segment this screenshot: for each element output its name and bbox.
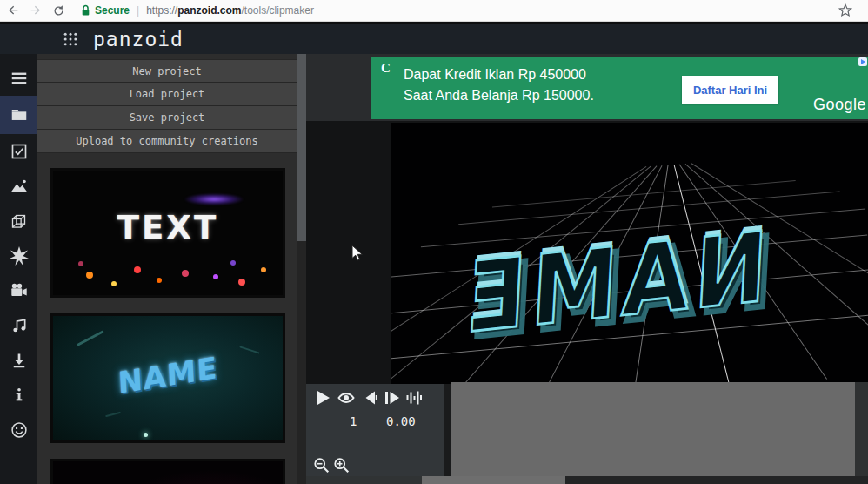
sidebar-item-menu[interactable] xyxy=(0,61,37,96)
burst-icon xyxy=(9,245,30,266)
tool-sidebar xyxy=(0,54,37,484)
timeline-right-gutter xyxy=(855,382,868,476)
video-camera-icon xyxy=(10,281,29,300)
preview-area: NAME NAME NAME xyxy=(306,121,868,384)
zoom-in-button[interactable] xyxy=(333,457,351,474)
timeline-horizontal-scrollbar[interactable] xyxy=(306,476,868,484)
refresh-button[interactable] xyxy=(49,1,68,20)
transport-panel: 1 0.00 xyxy=(306,384,444,484)
secure-badge: Secure xyxy=(95,4,130,17)
forward-button[interactable] xyxy=(26,1,45,20)
ad-headline: Dapat Kredit Iklan Rp 450000 xyxy=(404,67,586,83)
time-value[interactable]: 0.00 xyxy=(386,414,416,428)
panzoid-clipmaker-window: Secure | https://panzoid.com/tools/clipm… xyxy=(0,0,868,484)
back-button[interactable] xyxy=(3,1,23,20)
bokeh-dots-decoration xyxy=(53,171,57,174)
template-text-label: TEXT xyxy=(53,209,283,246)
upload-community-button[interactable]: Upload to community creations xyxy=(37,130,297,153)
mouse-cursor xyxy=(351,245,364,262)
sidebar-item-effects[interactable] xyxy=(0,239,37,273)
download-icon xyxy=(10,352,28,369)
sidebar-item-tasks[interactable] xyxy=(0,134,37,169)
save-project-button[interactable]: Save project xyxy=(37,106,297,130)
adchoices-icon[interactable] xyxy=(858,57,867,66)
star-icon xyxy=(837,2,854,19)
new-project-button[interactable]: New project xyxy=(37,59,297,83)
menu-icon xyxy=(10,69,29,88)
menu-scrollbar-thumb[interactable] xyxy=(297,54,306,241)
zoom-out-button[interactable] xyxy=(313,457,331,474)
url-path: /tools/clipmaker xyxy=(242,4,314,17)
google-wordmark: Google xyxy=(813,96,866,114)
app-header: panzoid xyxy=(0,24,868,54)
template-partial-background xyxy=(53,461,283,484)
google-ad-banner[interactable]: C Dapat Kredit Iklan Rp 450000 Saat Anda… xyxy=(371,57,868,119)
advertiser-logo: C xyxy=(381,61,391,76)
sidebar-item-objects[interactable] xyxy=(0,204,37,239)
ad-subline: Saat Anda Belanja Rp 150000. xyxy=(404,88,594,104)
volume-button[interactable] xyxy=(362,389,379,407)
sidebar-item-emoji[interactable] xyxy=(0,413,37,447)
menu-scrollbar[interactable] xyxy=(297,54,306,484)
bookmark-star-button[interactable] xyxy=(837,2,854,19)
image-icon xyxy=(10,177,29,196)
waveform-button[interactable] xyxy=(405,389,423,407)
render-canvas[interactable]: NAME NAME NAME xyxy=(391,123,868,384)
template-thumbnail-text[interactable]: TEXT xyxy=(50,168,285,298)
sidebar-item-images[interactable] xyxy=(0,169,37,204)
glow-dot-decoration xyxy=(144,433,148,437)
apps-grid-icon[interactable] xyxy=(62,30,79,48)
sidebar-item-files[interactable] xyxy=(0,96,37,134)
sidebar-item-download[interactable] xyxy=(0,343,37,378)
canvas-title-face: NAME xyxy=(459,211,771,355)
purple-flare-decoration xyxy=(184,193,244,205)
scrollbar-track-left xyxy=(306,476,422,484)
frame-number-value[interactable]: 1 xyxy=(350,414,357,428)
forward-arrow-icon xyxy=(29,3,43,17)
back-arrow-icon xyxy=(6,3,20,17)
browser-toolbar: Secure | https://panzoid.com/tools/clipm… xyxy=(0,0,868,22)
step-forward-button[interactable] xyxy=(383,389,400,407)
info-icon xyxy=(10,387,28,404)
template-thumbnail-partial[interactable] xyxy=(50,459,285,484)
folder-icon xyxy=(10,105,29,124)
play-button[interactable] xyxy=(315,389,332,407)
timeline-scrollbar-thumb[interactable] xyxy=(422,476,565,484)
music-note-icon xyxy=(10,317,28,334)
omnibox-separator: | xyxy=(137,4,139,17)
preview-eye-button[interactable] xyxy=(337,389,355,407)
lock-icon xyxy=(80,4,91,17)
refresh-icon xyxy=(52,4,65,17)
sidebar-item-audio[interactable] xyxy=(0,308,37,343)
url-domain: panzoid.com xyxy=(177,4,241,17)
project-menu-panel: New project Load project Save project Up… xyxy=(37,54,297,484)
editor-main-area: C Dapat Kredit Iklan Rp 450000 Saat Anda… xyxy=(306,54,868,484)
ad-cta-button[interactable]: Daftar Hari Ini xyxy=(682,76,778,104)
address-bar[interactable]: Secure | https://panzoid.com/tools/clipm… xyxy=(80,4,314,17)
app-logo-text[interactable]: panzoid xyxy=(93,28,184,50)
checkbox-icon xyxy=(10,143,28,160)
sidebar-item-video[interactable] xyxy=(0,273,37,308)
sidebar-item-info[interactable] xyxy=(0,378,37,413)
smiley-icon xyxy=(10,421,28,439)
url-scheme: https:// xyxy=(146,4,177,17)
cube-icon xyxy=(10,212,28,231)
timeline-track[interactable] xyxy=(451,382,855,476)
load-project-button[interactable]: Load project xyxy=(37,83,297,106)
ad-banner-strip: C Dapat Kredit Iklan Rp 450000 Saat Anda… xyxy=(306,54,868,121)
template-thumbnail-name[interactable]: NAME xyxy=(50,313,285,443)
